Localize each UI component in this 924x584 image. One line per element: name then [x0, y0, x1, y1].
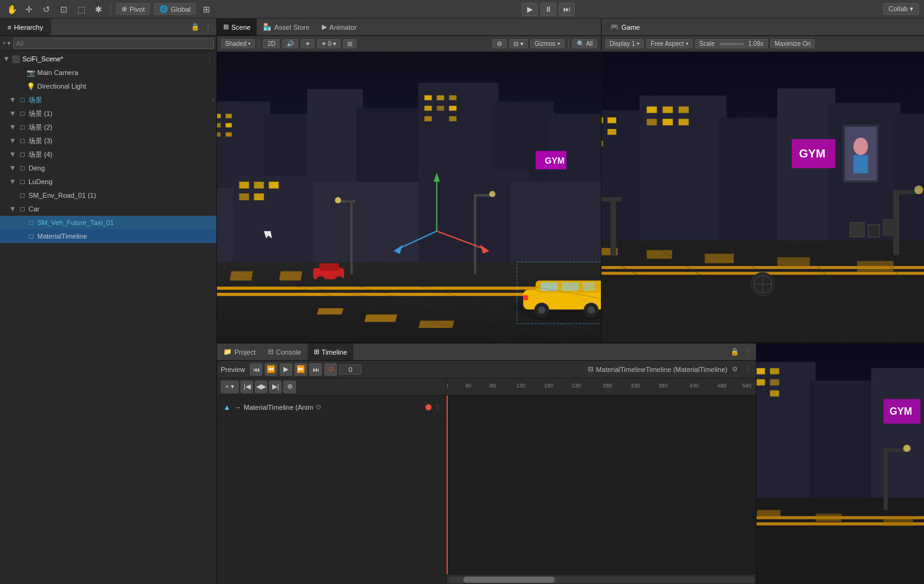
tree-item-scene1[interactable]: ▶ □ 场景 ›: [0, 93, 216, 107]
grid-icon[interactable]: ⊞: [200, 2, 213, 16]
hierarchy-tab-actions: 🔒 ⋮: [187, 19, 216, 35]
scene-tab-asset-store[interactable]: 🏪 Asset Store: [257, 19, 316, 35]
scene2-icon: □: [17, 108, 27, 118]
scale-control[interactable]: Scale 1.09x: [695, 39, 768, 48]
search-icon: 🔍: [577, 40, 584, 47]
svg-rect-191: [884, 448, 888, 510]
layers-btn[interactable]: ✦ 0 ▾: [317, 39, 340, 48]
tree-item-scene4[interactable]: ▶ □ 场景 (3): [0, 134, 216, 148]
fx-btn[interactable]: ✦: [301, 39, 314, 48]
search-dropdown[interactable]: + ▾: [2, 40, 11, 46]
tree-expand-scene4[interactable]: ▶: [9, 136, 17, 145]
play-button[interactable]: ▶: [522, 2, 538, 16]
console-tab[interactable]: ⊟ Console: [262, 343, 307, 360]
tree-item-car[interactable]: ▶ □ Car: [0, 202, 216, 216]
tree-expand-deng[interactable]: ▶: [9, 164, 17, 172]
svg-rect-60: [561, 282, 579, 291]
step-button[interactable]: ⏭: [559, 2, 575, 16]
tree-item-env-road[interactable]: ▶ □ SM_Env_Road_01 (1): [0, 188, 216, 202]
audio-btn[interactable]: 🔊: [282, 39, 298, 48]
tl-record-btn[interactable]: ⊙: [324, 363, 337, 376]
tree-expand-car[interactable]: ▶: [9, 205, 17, 213]
clip-more-btn[interactable]: ⋮: [742, 365, 752, 374]
aspect-dropdown[interactable]: Free Aspect ▾: [646, 39, 692, 48]
tree-expand-scene2[interactable]: ▶: [9, 109, 17, 118]
scale-tool-icon[interactable]: ⊡: [57, 2, 71, 16]
hierarchy-search-input-wrap[interactable]: [13, 38, 214, 49]
collab-button[interactable]: Collab ▾: [883, 3, 919, 15]
tree-item-deng[interactable]: ▶ □ Deng: [0, 161, 216, 175]
game-tab-btn[interactable]: 🎮 Game: [606, 23, 644, 31]
hierarchy-tab[interactable]: ≡ Hierarchy: [0, 19, 51, 35]
hand-tool-icon[interactable]: ✋: [5, 2, 19, 16]
tree-expand-ludeng[interactable]: ▶: [9, 177, 17, 186]
tl-prev-btn[interactable]: ⏪: [265, 363, 277, 376]
tree-item-scene3[interactable]: ▶ □ 场景 (2): [0, 120, 216, 134]
gizmos-btn[interactable]: Gizmos ▾: [530, 39, 564, 48]
tree-expand-root[interactable]: ▶: [2, 55, 11, 63]
trim-clip-btn[interactable]: ◀▶: [255, 381, 267, 393]
global-button[interactable]: 🌐 Global: [154, 3, 196, 15]
rect-tool-icon[interactable]: ⬚: [74, 2, 88, 16]
hierarchy-more-btn[interactable]: ⋮: [203, 22, 213, 32]
scene-canvas[interactable]: GYM: [217, 52, 601, 342]
tl-end-btn[interactable]: ⏭: [309, 363, 322, 376]
scroll-thumb[interactable]: [463, 577, 556, 583]
timeline-sub-bar: Preview ⏮ ⏪ ▶ ⏩ ⏭ ⊙ ⊟ MaterialTimelineTi…: [217, 361, 756, 378]
tl-play-btn[interactable]: ▶: [280, 363, 292, 376]
clip-settings-btn[interactable]: ⚙: [730, 365, 740, 374]
track-eye-icon[interactable]: ⊙: [316, 403, 321, 411]
hierarchy-tab-icon: ≡: [7, 24, 11, 31]
fx-icon: ✦: [305, 40, 310, 47]
tree-item-ludeng[interactable]: ▶ □ LuDeng: [0, 175, 216, 188]
timeline-playhead[interactable]: [446, 396, 448, 574]
shading-dropdown[interactable]: Shaded ▾: [221, 39, 255, 48]
tree-item-scene5[interactable]: ▶ □ 场景 (4): [0, 148, 216, 161]
pause-button[interactable]: ⏸: [540, 2, 556, 16]
scroll-track[interactable]: [448, 577, 755, 583]
tree-expand-scene3[interactable]: ▶: [9, 123, 17, 131]
scene-tab-animator[interactable]: ▶ Animator: [316, 19, 363, 35]
svg-rect-72: [350, 200, 353, 274]
trim-right-btn[interactable]: ▶|: [269, 381, 282, 393]
rotate-tool-icon[interactable]: ↺: [40, 2, 53, 16]
scale-slider[interactable]: [719, 43, 744, 45]
tl-start-btn[interactable]: ⏮: [250, 363, 262, 376]
expand-btn[interactable]: ⊕: [283, 381, 296, 393]
timeline-more-btn[interactable]: ⋮: [742, 347, 752, 357]
2d-btn[interactable]: 2D: [263, 39, 280, 48]
timeline-tab-btn[interactable]: ⊞ Timeline: [308, 343, 353, 360]
tree-item-main-camera[interactable]: ▶ 📷 Main Camera: [0, 66, 216, 79]
track-more-btn[interactable]: ⋮: [434, 403, 441, 411]
move-tool-icon[interactable]: ✛: [22, 2, 36, 16]
hierarchy-lock-btn[interactable]: 🔒: [190, 22, 200, 32]
game-canvas[interactable]: GYM: [602, 52, 924, 342]
timeline-keyframe-area[interactable]: [446, 396, 756, 574]
search-scene-btn[interactable]: 🔍 All: [572, 39, 597, 48]
tl-time-input[interactable]: [339, 365, 362, 374]
bottom-area: 📁 Project ⊟ Console ⊞ Timeline: [217, 342, 924, 584]
trim-left-btn[interactable]: |◀: [241, 381, 253, 393]
tree-item-dir-light[interactable]: ▶ 💡 Directional Light: [0, 79, 216, 93]
project-tab[interactable]: 📁 Project: [217, 343, 262, 360]
tree-expand-scene1[interactable]: ▶: [9, 95, 17, 104]
pivot-button[interactable]: ⊕ Pivot: [116, 3, 150, 15]
add-track-btn[interactable]: + ▾: [221, 381, 239, 393]
tree-expand-scene5[interactable]: ▶: [9, 150, 17, 159]
tree-item-scene2[interactable]: ▶ □ 场景 (1): [0, 107, 216, 120]
hierarchy-search-input[interactable]: [16, 40, 211, 47]
svg-rect-133: [857, 261, 894, 272]
multi-tool-icon[interactable]: ✱: [92, 2, 105, 16]
maximize-btn[interactable]: Maximize On: [770, 39, 815, 48]
display-type-btn[interactable]: ⊟ ▾: [509, 39, 528, 48]
gizmos-settings-btn[interactable]: ⚙: [492, 39, 507, 48]
display-dropdown[interactable]: Display 1 ▾: [605, 39, 644, 48]
tree-item-material-timeline[interactable]: ▶ □ MaterialTimeline: [0, 229, 216, 243]
timeline-lock-btn[interactable]: 🔒: [730, 347, 740, 357]
scene-more-btn[interactable]: ⋮: [207, 56, 216, 63]
grid-btn[interactable]: ⊞: [343, 39, 357, 48]
tree-item-root[interactable]: ▶ ⬛ SciFi_Scene* ⋮: [0, 52, 216, 66]
tl-next-btn[interactable]: ⏩: [295, 363, 307, 376]
scene-tab-scene[interactable]: ⊞ Scene: [217, 19, 257, 35]
tree-item-sm-veh[interactable]: ▶ □ SM_Veh_Future_Taxi_01 ›: [0, 216, 216, 229]
